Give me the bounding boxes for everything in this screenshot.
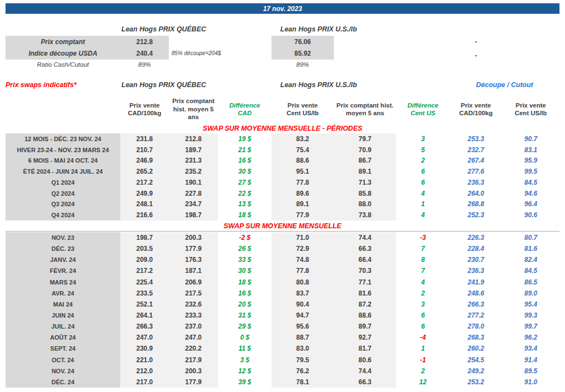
cad-vente: 212.0 xyxy=(120,366,169,377)
cutout-cad: 228.4 xyxy=(450,243,502,254)
us-hist: 86.7 xyxy=(334,155,396,167)
cad-vente: 231.8 xyxy=(120,133,169,144)
cad-hist: 227.8 xyxy=(169,188,218,199)
row-label: JUIL. 24 xyxy=(6,321,120,332)
diff-us: -3 xyxy=(396,232,450,243)
us-hist: 70.3 xyxy=(334,265,396,276)
spot-us-comptant: 76.06 xyxy=(271,36,334,47)
diff-cad: 31 $ xyxy=(218,310,271,321)
spot-dash-1: - xyxy=(450,36,502,47)
cutout-cad: 236.3 xyxy=(450,177,502,188)
cutout-us: 89.5 xyxy=(502,366,559,377)
diff-us: 7 xyxy=(396,243,450,254)
cutout-cad: 236.3 xyxy=(450,265,502,276)
diff-us: 4 xyxy=(396,188,450,199)
row-label: 12 MOIS - DÉC. 23 NOV. 24 xyxy=(6,133,120,144)
cad-vente: 252.1 xyxy=(120,299,169,310)
row-label: AOÛT 24 xyxy=(6,332,120,343)
cad-hist: 177.9 xyxy=(169,243,218,254)
cutout-us: 99.3 xyxy=(502,310,559,321)
us-hist: 74.4 xyxy=(334,366,396,377)
us-hist: 81.6 xyxy=(334,288,396,299)
swaps-us-title: Lean Hogs PRIX U.S./lb xyxy=(280,81,357,89)
cad-vente: 203.5 xyxy=(120,243,169,254)
row-label: MAI 24 xyxy=(6,299,120,310)
us-hist: 66.3 xyxy=(334,377,396,388)
cad-hist: 237.0 xyxy=(169,321,218,332)
row-label: FÉVR. 24 xyxy=(6,265,120,276)
diff-cad: 0 $ xyxy=(218,332,271,343)
us-vente: 83.0 xyxy=(271,343,334,354)
us-vente: 83.2 xyxy=(271,133,334,144)
us-vente: 75.4 xyxy=(271,144,334,155)
spot-label-indice: Indice découpe USDA xyxy=(6,47,120,60)
monthly-table: NOV. 23198.7200.3-2 $71.074.4-3226.380.7… xyxy=(6,232,559,388)
row-label: ÉTÉ 2024 - JUIN 24 JUIL. 24 xyxy=(6,166,120,177)
cutout-us: 91.4 xyxy=(502,355,559,366)
cad-hist: 220.2 xyxy=(169,343,218,354)
us-vente: 77.8 xyxy=(271,177,334,188)
cutout-us: 89.0 xyxy=(502,288,559,299)
cad-hist: 212.8 xyxy=(169,133,218,144)
us-hist: 74.4 xyxy=(334,232,396,243)
cad-vente: 266.3 xyxy=(120,321,169,332)
diff-us: 4 xyxy=(396,210,450,221)
periods-heading: SWAP SUR MOYENNE MENSUELLE - PÉRIODES xyxy=(6,125,559,132)
date-banner: 17 nov. 2023 xyxy=(6,3,559,14)
cutout-cad: 254.5 xyxy=(450,355,502,366)
cad-hist: 247.0 xyxy=(169,332,218,343)
periods-table: 12 MOIS - DÉC. 23 NOV. 24231.8212.819 $8… xyxy=(6,133,559,221)
row-label: JUIN 24 xyxy=(6,310,120,321)
cad-vente: 247.0 xyxy=(120,332,169,343)
diff-cad: 27 $ xyxy=(218,177,271,188)
us-hist: 89.7 xyxy=(334,321,396,332)
decoupe-note: 85% découpe=204$ xyxy=(172,50,221,56)
cutout-us: 86.5 xyxy=(502,277,559,288)
cutout-us: 91.0 xyxy=(502,377,559,388)
cutout-cad: 230.7 xyxy=(450,254,502,265)
diff-cad: 30 $ xyxy=(218,265,271,276)
us-hist: 77.1 xyxy=(334,277,396,288)
header-spacer xyxy=(6,94,120,125)
cutout-cad: 232.7 xyxy=(450,144,502,155)
us-hist: 71.3 xyxy=(334,177,396,188)
header-difference-cad: Différence CAD xyxy=(218,94,271,125)
swap-report: { "date_banner": "17 nov. 2023", "spot":… xyxy=(0,0,565,392)
swaps-quebec-title: Lean Hogs PRIX QUÉBEC xyxy=(121,81,206,89)
header-prix-vente-us: Prix vente Cent US/lb xyxy=(271,94,334,125)
cad-vente: 225.4 xyxy=(120,277,169,288)
spot-label-ratio: Ratio Cash/Cutout xyxy=(6,60,120,69)
cutout-cad: 264.0 xyxy=(450,188,502,199)
us-vente: 88.7 xyxy=(271,332,334,343)
us-hist: 92.7 xyxy=(334,332,396,343)
spot-label-comptant: Prix comptant xyxy=(6,36,120,47)
us-hist: 88.6 xyxy=(334,310,396,321)
us-hist: 85.8 xyxy=(334,188,396,199)
diff-cad: 16 $ xyxy=(218,155,271,167)
spot-us-indice: 85.92 xyxy=(271,47,334,60)
row-label: 6 MOIS - MAI 24 OCT. 24 xyxy=(6,155,120,167)
spot-qc-indice: 240.4 xyxy=(120,47,169,60)
cutout-us: 90.7 xyxy=(502,133,559,144)
spot-us-title: Lean Hogs PRIX U.S./lb xyxy=(280,25,357,33)
cad-hist: 217.5 xyxy=(169,288,218,299)
row-label: HIVER 23-24 - NOV. 23 MARS 24 xyxy=(6,144,120,155)
spot-us-ratio: 89% xyxy=(271,60,334,69)
cad-vente: 217.2 xyxy=(120,177,169,188)
cutout-us: 80.7 xyxy=(502,232,559,243)
diff-cad: 26 $ xyxy=(218,243,271,254)
us-vente: 90.4 xyxy=(271,299,334,310)
diff-cad: 33 $ xyxy=(218,254,271,265)
row-label: NOV. 24 xyxy=(6,366,120,377)
row-label: JANV. 24 xyxy=(6,254,120,265)
cad-hist: 231.3 xyxy=(169,155,218,167)
header-comptant-hist-cad: Prix comptant hist. moyen 5 ans xyxy=(169,94,218,125)
cad-hist: 200.3 xyxy=(169,366,218,377)
cutout-us: 95.9 xyxy=(502,155,559,167)
diff-us: 1 xyxy=(396,343,450,354)
cad-vente: 264.1 xyxy=(120,310,169,321)
spot-qc-comptant: 212.8 xyxy=(120,36,169,47)
column-header-row: Prix vente CAD/100kg Prix comptant hist.… xyxy=(6,94,559,125)
cutout-cad: 226.3 xyxy=(450,232,502,243)
us-hist: 66.4 xyxy=(334,254,396,265)
